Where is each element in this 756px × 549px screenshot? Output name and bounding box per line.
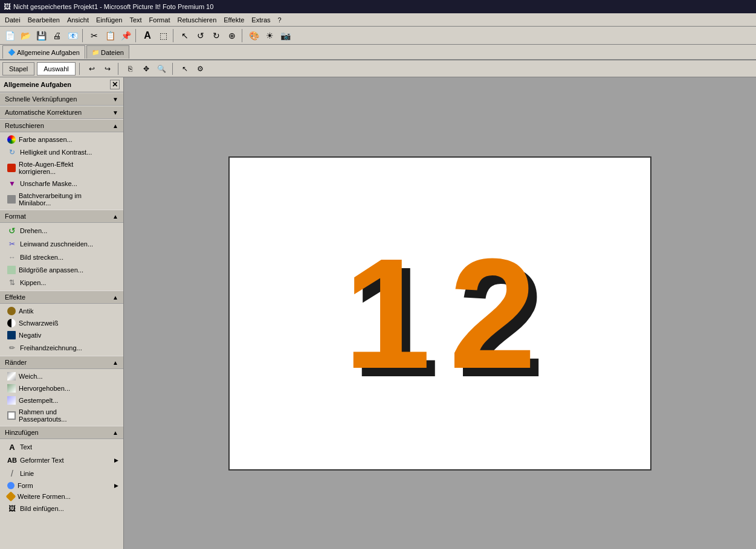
section-effekte-content: Antik Schwarzweiß Negativ ✏ Freihandzeic… <box>0 304 123 356</box>
weich-icon <box>7 372 16 380</box>
menu-einfuegen[interactable]: Einfügen <box>92 15 126 25</box>
item-bild-einfuegen-label: Bild einfügen... <box>20 505 64 512</box>
freihand-icon: ✏ <box>7 343 17 353</box>
section-raender-header[interactable]: Ränder ▲ <box>0 356 123 369</box>
toolbar2: Stapel Auswahl ↩ ↪ ⎘ ✥ 🔍 ↖ ⚙ <box>0 60 756 77</box>
item-text[interactable]: A Text <box>0 440 123 454</box>
item-leinwand-label: Leinwand zuschneiden... <box>20 240 93 248</box>
helligkeit-icon: ↻ <box>7 147 17 157</box>
item-form[interactable]: Form ▶ <box>0 480 123 491</box>
toolbar-btn-camera[interactable]: 📷 <box>278 28 292 43</box>
item-gestempelt-label: Gestempelt... <box>19 397 58 404</box>
tabbar: 🔷 Allgemeine Aufgaben 📁 Dateien <box>0 45 756 60</box>
tab-dateien[interactable]: 📁 Dateien <box>86 45 129 59</box>
item-rote-augen[interactable]: Rote-Augen-Effektkorrigieren... <box>0 159 123 177</box>
menu-bearbeiten[interactable]: Bearbeiten <box>24 15 63 25</box>
t2-btn-move[interactable]: ✥ <box>140 62 153 75</box>
t2-btn-undo[interactable]: ↩ <box>85 62 99 75</box>
toolbar-btn-cut[interactable]: ✂ <box>87 28 102 43</box>
toolbar2-tab-auswahl[interactable]: Auswahl <box>37 62 76 75</box>
section-automatische-header[interactable]: Automatische Korrekturen ▼ <box>0 106 123 119</box>
item-unscharfe-maske[interactable]: ▼ Unscharfe Maske... <box>0 177 123 190</box>
section-retuschieren-label: Retuschieren <box>5 122 44 129</box>
item-maske-label: Unscharfe Maske... <box>20 180 77 187</box>
menu-text[interactable]: Text <box>126 15 145 25</box>
item-negativ[interactable]: Negativ <box>0 329 123 341</box>
item-freihand[interactable]: ✏ Freihandzeichnung... <box>0 341 123 355</box>
t2-btn-redo[interactable]: ↪ <box>101 62 114 75</box>
sidebar-title: Allgemeine Aufgaben <box>4 81 71 88</box>
item-antik[interactable]: Antik <box>0 305 123 317</box>
section-schnelle-header[interactable]: Schnelle Verknüpfungen ▼ <box>0 92 123 106</box>
item-farbe-label: Farbe anpassen... <box>19 136 73 143</box>
menu-format[interactable]: Format <box>146 15 174 25</box>
toolbar-btn-print[interactable]: 🖨 <box>50 28 64 43</box>
section-retuschieren-header[interactable]: Retuschieren ▲ <box>0 119 123 132</box>
toolbar-btn-sun[interactable]: ☀ <box>262 28 277 43</box>
toolbar-btn-redo[interactable]: ↻ <box>209 28 224 43</box>
section-effekte-header[interactable]: Effekte ▲ <box>0 291 123 304</box>
item-leinwand[interactable]: ✂ Leinwand zuschneiden... <box>0 237 123 251</box>
item-farbe-anpassen[interactable]: Farbe anpassen... <box>0 133 123 146</box>
toolbar-btn-paste[interactable]: 📌 <box>118 28 133 43</box>
toolbar-btn-select[interactable]: ⬚ <box>156 28 170 43</box>
tab-allgemeine-aufgaben[interactable]: 🔷 Allgemeine Aufgaben <box>2 45 85 59</box>
item-schwarzweiss[interactable]: Schwarzweiß <box>0 317 123 329</box>
tab-label-dateien: Dateien <box>101 49 124 56</box>
t2-btn-extra1[interactable]: ⚙ <box>194 62 207 75</box>
item-batch[interactable]: Batchverarbeitung imMinilabor... <box>0 190 123 208</box>
form-arrow-icon: ▶ <box>114 483 118 489</box>
toolbar-btn-new[interactable]: 📄 <box>2 28 17 43</box>
toolbar-btn-save[interactable]: 💾 <box>34 28 48 43</box>
t2-btn-select-arrow[interactable]: ↖ <box>178 62 192 75</box>
item-bild-strecken[interactable]: ↔ Bild strecken... <box>0 251 123 264</box>
menu-retuschieren[interactable]: Retuschieren <box>173 15 220 25</box>
toolbar-btn-copy[interactable]: 📋 <box>103 28 117 43</box>
item-drehen[interactable]: ↺ Drehen... <box>0 224 123 237</box>
item-antik-label: Antik <box>19 307 33 315</box>
item-geformter-text[interactable]: AB Geformter Text ▶ <box>0 454 123 467</box>
toolbar-btn-cursor[interactable]: ↖ <box>178 28 192 43</box>
schnelle-arrow-icon: ▼ <box>112 96 118 103</box>
item-weich[interactable]: Weich... <box>0 370 123 382</box>
batch-icon <box>7 195 16 204</box>
section-hinzufuegen-header[interactable]: Hinzufügen ▲ <box>0 426 123 439</box>
menu-ansicht[interactable]: Ansicht <box>63 15 92 25</box>
item-hervorgehoben[interactable]: Hervorgehoben... <box>0 382 123 394</box>
item-rahmen[interactable]: Rahmen undPassepartouts... <box>0 406 123 425</box>
toolbar2-tab-stapel[interactable]: Stapel <box>2 62 34 75</box>
toolbar-btn-rotate[interactable]: ↺ <box>193 28 208 43</box>
item-gestempelt[interactable]: Gestempelt... <box>0 394 123 406</box>
item-rote-augen-label: Rote-Augen-Effektkorrigieren... <box>19 161 73 175</box>
item-bildgroesse[interactable]: Bildgröße anpassen... <box>0 264 123 276</box>
toolbar-btn-5[interactable]: 📧 <box>65 28 80 43</box>
section-schnelle-label: Schnelle Verknüpfungen <box>5 95 77 103</box>
menu-extras[interactable]: Extras <box>248 15 274 25</box>
toolbar-btn-open[interactable]: 📂 <box>18 28 33 43</box>
item-linie[interactable]: / Linie <box>0 467 123 480</box>
item-bild-einfuegen[interactable]: 🖼 Bild einfügen... <box>0 502 123 515</box>
toolbar: 📄 📂 💾 🖨 📧 ✂ 📋 📌 A ⬚ ↖ ↺ ↻ ⊕ 🎨 ☀ 📷 <box>0 27 756 45</box>
item-helligkeit[interactable]: ↻ Helligkeit und Kontrast... <box>0 146 123 159</box>
menu-effekte[interactable]: Effekte <box>220 15 248 25</box>
effekte-arrow-icon: ▲ <box>112 294 118 301</box>
menu-datei[interactable]: Datei <box>1 15 24 25</box>
sidebar-close-button[interactable]: ✕ <box>110 80 120 89</box>
t2-btn-zoom[interactable]: 🔍 <box>155 62 169 75</box>
section-automatische-label: Automatische Korrekturen <box>5 109 82 116</box>
toolbar-btn-move[interactable]: ⊕ <box>225 28 239 43</box>
section-retuschieren-content: Farbe anpassen... ↻ Helligkeit und Kontr… <box>0 132 123 210</box>
item-kippen[interactable]: ⇅ Kippen... <box>0 276 123 289</box>
canvas-area[interactable]: 1 1 2 2 <box>124 77 756 549</box>
toolbar-btn-color[interactable]: 🎨 <box>247 28 261 43</box>
canvas[interactable]: 1 1 2 2 <box>228 156 651 470</box>
toolbar-btn-text[interactable]: A <box>140 28 155 43</box>
geformter-text-arrow-icon: ▶ <box>114 457 118 463</box>
item-weitere-formen[interactable]: Weitere Formen... <box>0 491 123 502</box>
schwarzweiss-icon <box>7 319 16 327</box>
section-format-header[interactable]: Format ▲ <box>0 210 123 223</box>
sep2 <box>135 29 138 42</box>
t2-btn-copy[interactable]: ⎘ <box>124 62 137 75</box>
number-1: 1 1 <box>343 235 431 392</box>
menu-help[interactable]: ? <box>274 15 285 25</box>
